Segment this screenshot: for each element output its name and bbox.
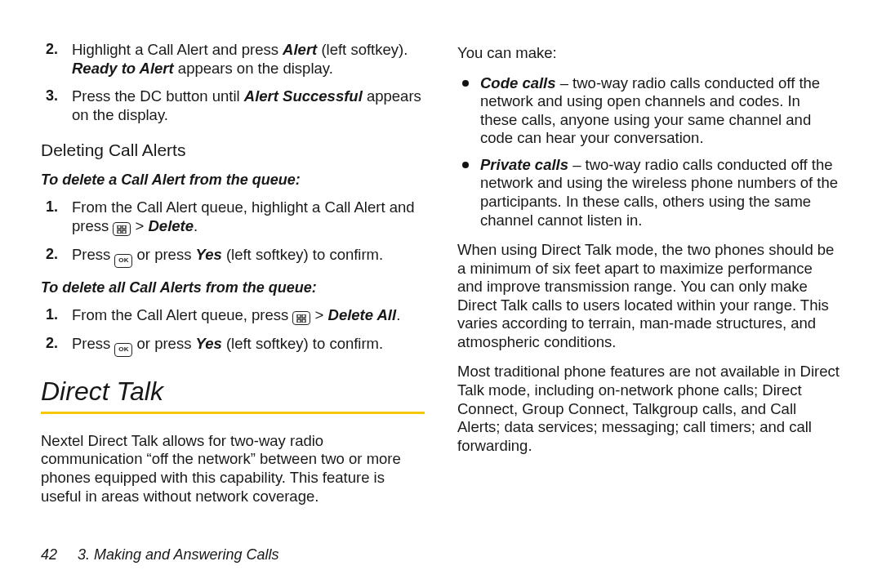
text-run: Press [72,246,114,263]
svg-rect-2 [118,230,121,234]
text-run: Delete All [328,306,397,323]
list-item: 2.Press OK or press Yes (left softkey) t… [70,246,425,268]
menu-key-icon [292,311,310,325]
text-run: Alert [283,41,317,58]
text-run: (left softkey) to confirm. [222,335,383,352]
list-item: 1.From the Call Alert queue, highlight a… [70,198,425,236]
bullet-item: Private calls – two-way radio calls cond… [477,156,841,229]
text-run: > [310,306,327,323]
text-run: Press [72,335,114,352]
left-column: 2.Highlight a Call Alert and press Alert… [41,41,425,517]
subheading-deleting-call-alerts: Deleting Call Alerts [41,140,425,160]
call-type-bullets: Code calls – two-way radio calls conduct… [457,74,841,230]
text-run: Yes [196,335,222,352]
page-footer: 42 3. Making and Answering Calls [41,546,279,564]
manual-page: 2.Highlight a Call Alert and press Alert… [0,0,882,588]
list-item: 1.From the Call Alert queue, press > Del… [70,306,425,326]
list-item: 2.Press OK or press Yes (left softkey) t… [70,335,425,357]
chapter-title: 3. Making and Answering Calls [78,546,278,563]
svg-rect-5 [302,314,305,318]
svg-rect-6 [297,319,301,323]
text-run: . [194,217,198,234]
steps-delete-all: 1.From the Call Alert queue, press > Del… [41,306,425,357]
svg-rect-7 [302,319,305,323]
distance-paragraph: When using Direct Talk mode, the two pho… [457,241,841,351]
direct-talk-intro-paragraph: Nextel Direct Talk allows for two-way ra… [41,432,425,506]
ok-key-icon: OK [114,343,132,357]
section-heading-direct-talk: Direct Talk [41,376,425,407]
text-run: or press [132,246,195,263]
text-run: Ready to Alert [72,60,174,77]
text-run: Alert Successful [244,87,363,105]
svg-rect-4 [297,314,301,318]
text-run: (left softkey). [317,41,408,58]
svg-rect-3 [122,230,126,234]
text-run: (left softkey) to confirm. [222,246,383,263]
steps-delete-one: 1.From the Call Alert queue, highlight a… [41,198,425,268]
ok-key-icon: OK [114,254,132,268]
text-run: appears on the display. [174,60,333,77]
continuation-steps: 2.Highlight a Call Alert and press Alert… [41,41,425,124]
bullet-item: Code calls – two-way radio calls conduct… [477,74,841,148]
step-number: 1. [46,198,58,216]
heading-underline [41,412,425,414]
text-run: Delete [148,217,194,234]
text-run: Private calls [480,156,568,173]
step-number: 3. [46,87,58,105]
svg-rect-0 [118,225,121,229]
text-run: From the Call Alert queue, press [72,306,292,323]
instruction-delete-one: To delete a Call Alert from the queue: [41,172,425,189]
right-column: You can make: Code calls – two-way radio… [457,41,841,517]
you-can-make-lead: You can make: [457,44,841,63]
limitations-paragraph: Most traditional phone features are not … [457,363,841,455]
text-run: Yes [196,246,222,263]
step-number: 2. [46,335,58,353]
list-item: 3.Press the DC button until Alert Succes… [70,87,425,124]
text-run: or press [132,335,195,352]
menu-key-icon [113,222,131,236]
instruction-delete-all: To delete all Call Alerts from the queue… [41,279,425,296]
two-column-layout: 2.Highlight a Call Alert and press Alert… [41,41,841,517]
svg-rect-1 [122,225,126,229]
page-number: 42 [41,546,57,563]
step-number: 2. [46,41,58,59]
text-run: . [396,306,400,323]
text-run: Press the DC button until [72,87,244,105]
list-item: 2.Highlight a Call Alert and press Alert… [70,41,425,78]
text-run: Code calls [480,74,556,91]
step-number: 1. [46,306,58,324]
text-run: Highlight a Call Alert and press [72,41,283,58]
text-run: > [131,217,148,234]
step-number: 2. [46,246,58,264]
